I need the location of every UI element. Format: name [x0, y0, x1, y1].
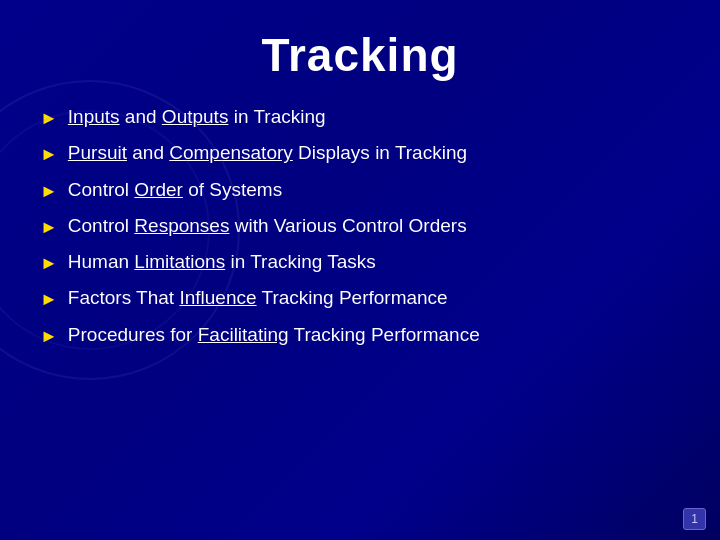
underline-facilitating: Facilitating	[198, 324, 289, 345]
bullet-text-6: Factors That Influence Tracking Performa…	[68, 285, 448, 311]
slide-number: 1	[683, 508, 706, 530]
arrow-icon: ►	[40, 215, 58, 239]
bullet-text-3: Control Order of Systems	[68, 177, 282, 203]
arrow-icon: ►	[40, 179, 58, 203]
bullet-text-7: Procedures for Facilitating Tracking Per…	[68, 322, 480, 348]
arrow-icon: ►	[40, 251, 58, 275]
list-item: ► Procedures for Facilitating Tracking P…	[40, 322, 680, 348]
list-item: ► Human Limitations in Tracking Tasks	[40, 249, 680, 275]
arrow-icon: ►	[40, 287, 58, 311]
underline-responses: Responses	[134, 215, 229, 236]
bullet-text-2: Pursuit and Compensatory Displays in Tra…	[68, 140, 467, 166]
list-item: ► Control Order of Systems	[40, 177, 680, 203]
underline-influence: Influence	[179, 287, 256, 308]
list-item: ► Factors That Influence Tracking Perfor…	[40, 285, 680, 311]
underline-outputs: Outputs	[162, 106, 229, 127]
slide: Tracking ► Inputs and Outputs in Trackin…	[0, 0, 720, 540]
underline-limitations: Limitations	[134, 251, 225, 272]
arrow-icon: ►	[40, 324, 58, 348]
bullet-text-1: Inputs and Outputs in Tracking	[68, 104, 326, 130]
underline-pursuit: Pursuit	[68, 142, 127, 163]
list-item: ► Pursuit and Compensatory Displays in T…	[40, 140, 680, 166]
bullet-text-5: Human Limitations in Tracking Tasks	[68, 249, 376, 275]
arrow-icon: ►	[40, 142, 58, 166]
list-item: ► Inputs and Outputs in Tracking	[40, 104, 680, 130]
underline-order: Order	[134, 179, 183, 200]
slide-title: Tracking	[40, 28, 680, 82]
arrow-icon: ►	[40, 106, 58, 130]
list-item: ► Control Responses with Various Control…	[40, 213, 680, 239]
underline-compensatory: Compensatory	[169, 142, 293, 163]
bullet-text-4: Control Responses with Various Control O…	[68, 213, 467, 239]
underline-inputs: Inputs	[68, 106, 120, 127]
bullet-list: ► Inputs and Outputs in Tracking ► Pursu…	[40, 104, 680, 348]
